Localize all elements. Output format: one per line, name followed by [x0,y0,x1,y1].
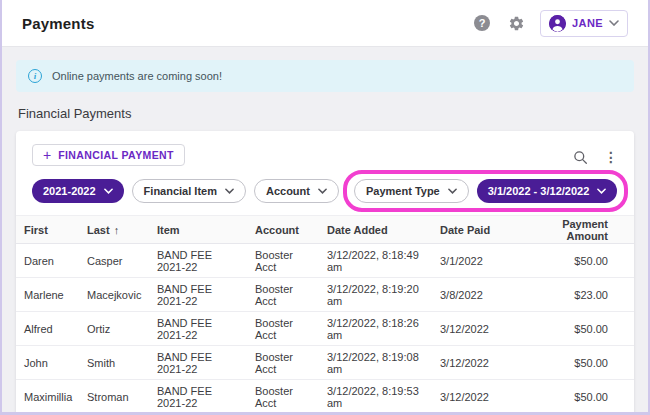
filter-chip-date-range[interactable]: 3/1/2022 - 3/12/2022 [477,179,618,203]
user-name: JANE [572,17,603,29]
column-header-date-paid[interactable]: Date Paid [432,216,526,244]
table-row[interactable]: Daren Casper BAND FEE 2021-22 Booster Ac… [16,244,634,278]
table-header-row: First Last↑ Item Account Date Added Date… [16,216,634,244]
column-header-account[interactable]: Account [247,216,319,244]
table-row[interactable]: John Smith BAND FEE 2021-22 Booster Acct… [16,346,634,380]
chevron-down-icon [104,188,113,194]
chevron-down-icon [448,188,457,194]
table-row[interactable]: Alfred Ortiz BAND FEE 2021-22 Booster Ac… [16,312,634,346]
top-bar: Payments ? JANE [2,0,648,47]
sort-asc-icon: ↑ [114,224,120,236]
help-icon: ? [474,15,490,31]
financial-payments-card: + FINANCIAL PAYMENT ⋮ 2021-2022 Financia… [16,131,634,415]
column-header-date-added[interactable]: Date Added [319,216,432,244]
info-icon: i [28,69,42,83]
avatar-icon [549,15,566,32]
top-bar-actions: ? JANE [472,10,628,37]
chevron-down-icon [597,188,606,194]
table-row[interactable]: Marlene Macejkovic BAND FEE 2021-22 Boos… [16,278,634,312]
help-button[interactable]: ? [472,13,492,33]
filter-chip-account[interactable]: Account [254,179,339,203]
filter-chip-financial-item[interactable]: Financial Item [132,179,246,203]
annotation-highlight: Payment Type 3/1/2022 - 3/12/2022 [343,170,628,212]
search-button[interactable] [570,147,590,167]
filter-chip-school-year[interactable]: 2021-2022 [32,179,124,203]
chevron-down-icon [318,188,327,194]
column-header-last[interactable]: Last↑ [79,216,149,244]
search-icon [573,150,588,165]
user-menu-button[interactable]: JANE [540,10,628,37]
banner-text: Online payments are coming soon! [52,70,222,82]
table-row[interactable]: Maximillia Stroman BAND FEE 2021-22 Boos… [16,380,634,414]
info-banner: i Online payments are coming soon! [16,60,634,92]
overflow-menu-button[interactable]: ⋮ [604,150,618,164]
payments-table: First Last↑ Item Account Date Added Date… [16,215,634,414]
content-area: i Online payments are coming soon! Finan… [2,47,648,415]
add-button-label: FINANCIAL PAYMENT [58,149,174,161]
filter-chip-payment-type[interactable]: Payment Type [354,179,469,203]
chevron-down-icon [609,20,619,26]
table-actions: ⋮ [570,144,618,167]
app-viewport: Payments ? JANE i Online payments are co… [0,0,650,415]
add-financial-payment-button[interactable]: + FINANCIAL PAYMENT [32,144,185,166]
column-header-payment-amount[interactable]: Payment Amount [526,216,634,244]
plus-icon: + [43,148,51,162]
section-title: Financial Payments [18,106,634,121]
page-title: Payments [22,15,94,32]
gear-icon [508,15,525,32]
settings-button[interactable] [506,13,526,33]
card-toolbar: + FINANCIAL PAYMENT ⋮ [16,131,634,171]
column-header-first[interactable]: First [16,216,79,244]
column-header-item[interactable]: Item [149,216,247,244]
filter-chips-row: 2021-2022 Financial Item Account Payment… [16,171,634,215]
chevron-down-icon [225,188,234,194]
